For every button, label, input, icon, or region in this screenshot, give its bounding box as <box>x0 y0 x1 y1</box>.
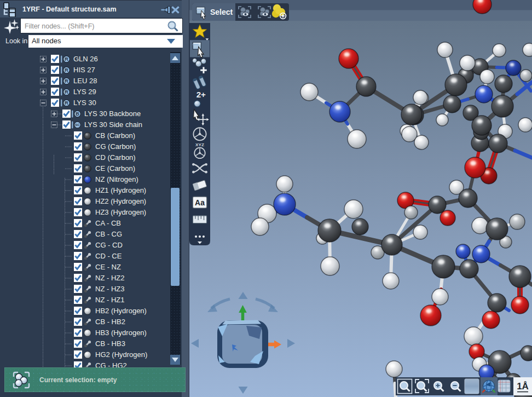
svg-text:B: B <box>76 111 79 117</box>
svg-text:1Å: 1Å <box>517 381 529 392</box>
svg-text:R: R <box>65 67 68 73</box>
svg-text:Select: Select <box>210 8 233 16</box>
svg-text:XYZ: XYZ <box>195 142 204 147</box>
svg-text:R: R <box>65 78 68 84</box>
svg-text:2+: 2+ <box>196 90 206 99</box>
svg-text:SC: SC <box>75 123 80 126</box>
svg-text:R: R <box>65 89 68 95</box>
svg-text:R: R <box>65 56 68 62</box>
svg-text:Aa: Aa <box>195 198 205 207</box>
svg-text:R: R <box>65 100 68 106</box>
